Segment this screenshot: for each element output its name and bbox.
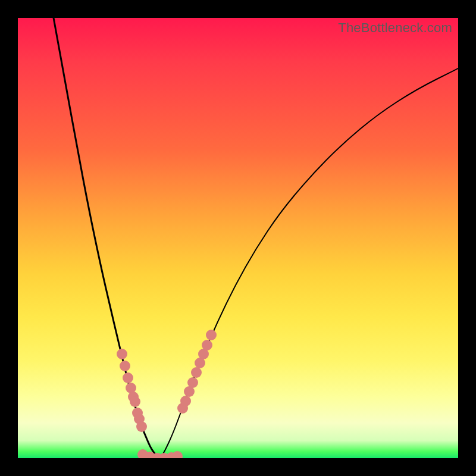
left-cluster-dot (120, 361, 130, 371)
plot-area: TheBottleneck.com (18, 18, 458, 458)
chart-frame: TheBottleneck.com (0, 0, 476, 476)
right-cluster-dot (187, 377, 198, 388)
chart-svg (18, 18, 458, 458)
curve-layer (54, 18, 458, 458)
right-cluster-dot (191, 367, 202, 378)
bottom-run-dot (172, 451, 183, 458)
curve-left-curve (54, 18, 161, 458)
left-cluster-dot (117, 349, 127, 359)
right-cluster-dot (206, 330, 217, 340)
left-cluster-dot (130, 396, 140, 407)
curve-right-curve (161, 68, 458, 458)
left-cluster-dot (123, 372, 133, 383)
left-cluster-dot (136, 421, 147, 432)
dot-layer (117, 330, 217, 458)
right-cluster-dot (202, 340, 212, 350)
right-cluster-dot (180, 396, 191, 406)
